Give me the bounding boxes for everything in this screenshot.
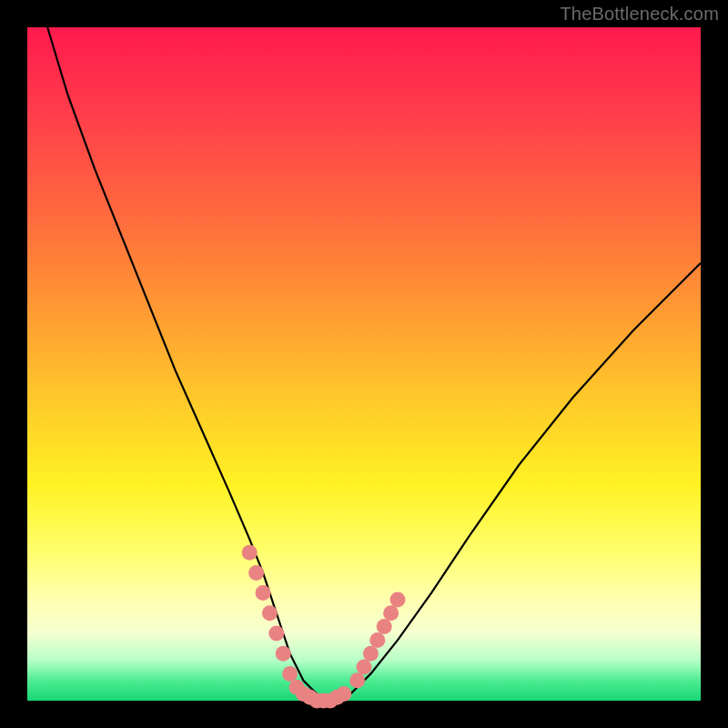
chart-frame: TheBottleneck.com: [0, 0, 728, 728]
highlight-dot: [262, 605, 278, 621]
plot-area: [27, 27, 701, 701]
bottleneck-curve: [47, 27, 701, 701]
highlight-dot: [248, 565, 264, 581]
highlight-dot: [357, 660, 372, 675]
curve-layer: [27, 27, 701, 701]
highlight-dot: [268, 626, 284, 642]
highlight-dot: [282, 666, 298, 682]
highlight-dot: [276, 646, 291, 662]
highlight-dot: [383, 605, 399, 621]
highlight-dot: [256, 585, 271, 601]
highlight-dot: [242, 545, 258, 561]
highlight-dot: [363, 646, 379, 662]
highlight-dot: [390, 592, 406, 608]
watermark-text: TheBottleneck.com: [560, 4, 719, 25]
highlight-dot: [377, 619, 392, 634]
highlight-dots: [242, 545, 406, 709]
highlight-dot: [349, 672, 365, 688]
highlight-dot: [336, 686, 351, 702]
bottleneck-curve-path: [47, 27, 701, 701]
highlight-dot: [369, 632, 385, 648]
